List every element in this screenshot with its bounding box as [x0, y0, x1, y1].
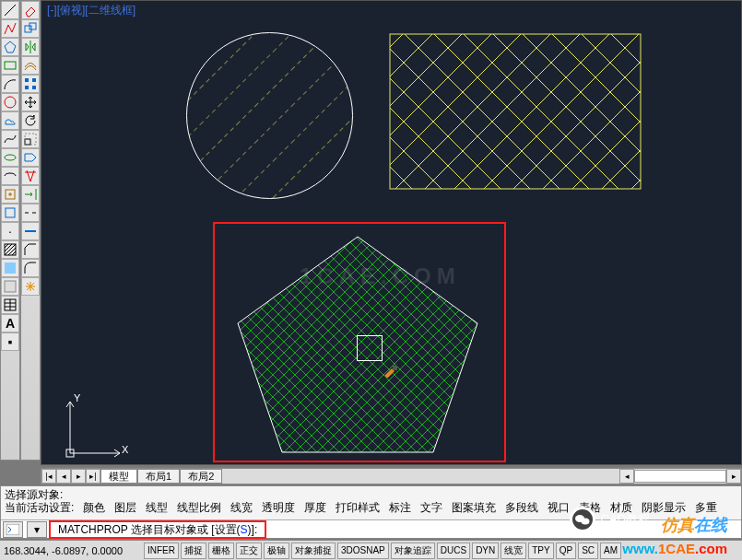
- svg-point-21: [187, 33, 353, 199]
- break-tool-icon[interactable]: [21, 204, 40, 222]
- hatch-tool-icon[interactable]: [1, 240, 19, 259]
- mirror-tool-icon[interactable]: [21, 38, 40, 56]
- erase-tool-icon[interactable]: [21, 1, 40, 19]
- svg-rect-13: [25, 78, 29, 82]
- sim1: 仿真: [661, 516, 694, 534]
- point-tool-icon[interactable]: ·: [1, 222, 19, 240]
- pline-tool-icon[interactable]: [1, 19, 19, 38]
- ucs-y-label: Y: [74, 392, 80, 403]
- explode-tool-icon[interactable]: [21, 277, 40, 296]
- rectangle-tool-icon[interactable]: [1, 56, 19, 75]
- hscroll-right-icon[interactable]: ▸: [726, 469, 741, 484]
- tab-prev-icon[interactable]: ◂: [56, 469, 71, 484]
- tab-model[interactable]: 模型: [100, 469, 137, 484]
- extend-tool-icon[interactable]: [21, 185, 40, 204]
- make-block-tool-icon[interactable]: [1, 204, 19, 222]
- command-window-icon[interactable]: [3, 521, 23, 538]
- polygon-tool-icon[interactable]: [1, 38, 19, 56]
- settings-prefix: 当前活动设置:: [5, 501, 74, 514]
- svg-point-4: [5, 155, 16, 160]
- status-snap[interactable]: 捕捉: [181, 542, 206, 559]
- insert-block-tool-icon[interactable]: [1, 185, 19, 204]
- coordinates-display[interactable]: 168.3044, -6.0897, 0.0000: [4, 545, 142, 556]
- array-tool-icon[interactable]: [21, 75, 40, 93]
- layout-tabs: |◂ ◂ ▸ ▸| 模型 布局1 布局2 ◂ ▸: [41, 468, 742, 484]
- svg-rect-16: [32, 86, 36, 89]
- svg-rect-14: [32, 78, 36, 82]
- modify-toolbar: [20, 0, 41, 461]
- trim-tool-icon[interactable]: [21, 167, 40, 185]
- command-option-key: S: [241, 523, 248, 536]
- circle-hatched-object[interactable]: [184, 30, 355, 201]
- table-tool-icon[interactable]: [1, 296, 19, 314]
- command-prompt-text: 选择目标对象或 [设置(: [128, 523, 241, 536]
- chamfer-tool-icon[interactable]: [21, 240, 40, 259]
- text-tool-icon[interactable]: A: [1, 314, 19, 332]
- scale-tool-icon[interactable]: [21, 130, 40, 148]
- fillet-tool-icon[interactable]: [21, 259, 40, 277]
- setting-item: 颜色: [83, 501, 105, 514]
- circle-tool-icon[interactable]: [1, 93, 19, 111]
- drawing-canvas[interactable]: [-][俯视][二维线框]: [41, 0, 742, 465]
- setting-item: 打印样式: [336, 501, 380, 514]
- status-sc[interactable]: SC: [578, 542, 598, 559]
- spline-tool-icon[interactable]: [1, 130, 19, 148]
- status-lwt[interactable]: 线宽: [501, 542, 526, 559]
- svg-line-0: [5, 5, 16, 16]
- tab-next-icon[interactable]: ▸: [71, 469, 86, 484]
- sim-online-watermark: 仿真在线: [661, 514, 727, 536]
- ellipse-arc-tool-icon[interactable]: [1, 167, 19, 185]
- tab-layout1[interactable]: 布局1: [137, 469, 180, 484]
- tab-last-icon[interactable]: ▸|: [86, 469, 100, 484]
- wechat-label: CAD教程: [601, 511, 650, 528]
- hscroll-left-icon[interactable]: ◂: [619, 469, 634, 484]
- draw-modify-toolbars: · A ▪: [0, 0, 41, 461]
- cloud-tool-icon[interactable]: [1, 111, 19, 130]
- svg-rect-17: [25, 139, 30, 145]
- rectangle-hatched-object[interactable]: [389, 33, 642, 190]
- svg-rect-32: [6, 524, 19, 535]
- status-tpy[interactable]: TPY: [528, 542, 553, 559]
- viewport-label[interactable]: [-][俯视][二维线框]: [47, 3, 135, 18]
- status-am[interactable]: AM: [600, 542, 621, 559]
- svg-rect-2: [5, 62, 16, 69]
- draw-toolbar: · A ▪: [0, 0, 20, 461]
- region-tool-icon[interactable]: [1, 277, 19, 296]
- cw3: .com: [695, 541, 727, 556]
- command-expand-icon[interactable]: ▾: [27, 521, 47, 538]
- join-tool-icon[interactable]: [21, 222, 40, 240]
- ellipse-tool-icon[interactable]: [1, 148, 19, 167]
- line-tool-icon[interactable]: [1, 1, 19, 19]
- tab-first-icon[interactable]: |◂: [41, 469, 56, 484]
- status-3dosnap[interactable]: 3DOSNAP: [337, 542, 389, 559]
- ucs-icon: Y X: [55, 392, 129, 464]
- status-dyn[interactable]: DYN: [472, 542, 499, 559]
- rotate-tool-icon[interactable]: [21, 111, 40, 130]
- status-otrack[interactable]: 对象追踪: [391, 542, 435, 559]
- arc-tool-icon[interactable]: [1, 75, 19, 93]
- extra1-icon[interactable]: ▪: [1, 332, 19, 351]
- setting-item: 线型比例: [177, 501, 221, 514]
- setting-item: 图层: [114, 501, 136, 514]
- tab-layout2[interactable]: 布局2: [180, 469, 222, 484]
- status-infer[interactable]: INFER: [144, 542, 179, 559]
- setting-item: 视口: [548, 501, 570, 514]
- status-polar[interactable]: 极轴: [264, 542, 289, 559]
- setting-item: 厚度: [304, 501, 326, 514]
- svg-rect-15: [25, 86, 29, 89]
- status-ducs[interactable]: DUCS: [437, 542, 470, 559]
- svg-point-3: [5, 97, 16, 108]
- stretch-tool-icon[interactable]: [21, 148, 40, 167]
- setting-item: 线宽: [230, 501, 253, 514]
- command-name: MATCHPROP: [58, 523, 128, 536]
- status-osnap[interactable]: 对象捕捉: [291, 542, 336, 559]
- offset-tool-icon[interactable]: [21, 56, 40, 75]
- status-grid[interactable]: 栅格: [208, 542, 234, 559]
- gradient-tool-icon[interactable]: [1, 259, 19, 277]
- status-qp[interactable]: QP: [556, 542, 576, 559]
- wechat-icon: [570, 507, 595, 532]
- status-ortho[interactable]: 正交: [236, 542, 262, 559]
- move-tool-icon[interactable]: [21, 93, 40, 111]
- hscrollbar[interactable]: [634, 470, 726, 483]
- copy-tool-icon[interactable]: [21, 19, 40, 38]
